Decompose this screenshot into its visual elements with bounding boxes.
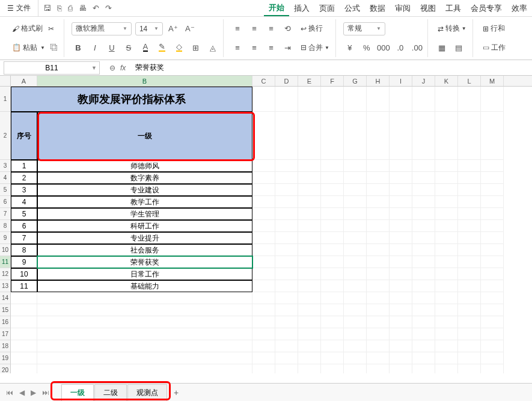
ribbon-tab-3[interactable]: 公式 [340,0,365,16]
cell[interactable] [481,352,504,364]
row-header-17[interactable]: 17 [0,328,11,340]
cell[interactable] [11,328,37,340]
cell[interactable] [481,328,504,340]
seq-cell[interactable]: 10 [11,268,37,280]
cell[interactable] [37,340,252,352]
cell[interactable] [344,87,367,112]
cell[interactable] [458,352,481,364]
cell[interactable] [11,316,37,328]
cell[interactable] [435,268,458,280]
cell[interactable] [321,352,344,364]
cell[interactable] [321,232,344,244]
cell[interactable] [481,256,504,268]
cell[interactable] [275,352,298,364]
seq-cell[interactable]: 2 [11,172,37,184]
cell[interactable] [435,304,458,316]
cell[interactable] [252,256,275,268]
cell[interactable] [275,364,298,373]
clear-format-button[interactable]: ◬ [206,41,219,54]
cell[interactable] [367,316,390,328]
cell[interactable] [481,208,504,220]
font-family-select[interactable]: 微软雅黑 ▼ [72,22,132,35]
cell[interactable] [481,340,504,352]
col-header-L[interactable]: L [458,76,481,86]
cell[interactable] [298,340,321,352]
ribbon-tab-0[interactable]: 开始 [264,0,289,16]
ribbon-tab-2[interactable]: 页面 [314,0,340,16]
cell[interactable] [412,172,435,184]
cell[interactable] [252,87,275,112]
fx-label[interactable]: fx [120,64,126,72]
cell[interactable] [367,256,390,268]
cell[interactable] [275,160,298,172]
cell[interactable] [481,160,504,172]
cell[interactable] [458,208,481,220]
cell[interactable] [321,364,344,373]
cell[interactable] [435,160,458,172]
level-cell[interactable]: 专业提升 [37,232,252,244]
cell[interactable] [252,304,275,316]
align-right-icon[interactable]: ≡ [264,41,278,54]
cell[interactable] [344,364,367,373]
cell[interactable] [481,292,504,304]
cell[interactable] [367,208,390,220]
cell[interactable] [321,304,344,316]
seq-cell[interactable]: 7 [11,232,37,244]
cell[interactable] [275,112,298,160]
cell[interactable] [252,220,275,232]
cell[interactable] [275,196,298,208]
cell[interactable] [412,208,435,220]
convert-button[interactable]: ⇄ 转换 ▼ [435,22,469,35]
seq-cell[interactable]: 6 [11,220,37,232]
cell[interactable] [298,232,321,244]
save-icon[interactable]: 🖫 [43,4,51,13]
cell[interactable] [11,352,37,364]
row-header-10[interactable]: 10 [0,244,11,256]
header-level-cell[interactable]: 一级 [37,112,252,160]
cell[interactable] [344,316,367,328]
cell[interactable] [390,292,412,304]
row-header-7[interactable]: 7 [0,208,11,220]
cell[interactable] [481,87,504,112]
cell[interactable] [11,292,37,304]
cell[interactable] [298,184,321,196]
cell[interactable] [275,208,298,220]
cell[interactable] [412,316,435,328]
cell[interactable] [435,232,458,244]
row-header-5[interactable]: 5 [0,184,11,196]
cell[interactable] [344,304,367,316]
cell[interactable] [344,208,367,220]
share-icon[interactable]: ⎘ [57,4,62,13]
border-button[interactable]: ⊞ [189,41,203,54]
cell[interactable] [412,352,435,364]
cell[interactable] [458,112,481,160]
row-header-14[interactable]: 14 [0,292,11,304]
level-cell[interactable]: 科研工作 [37,220,252,232]
cell[interactable] [298,196,321,208]
cell[interactable] [435,292,458,304]
seq-cell[interactable]: 5 [11,208,37,220]
cell[interactable] [412,184,435,196]
row-header-3[interactable]: 3 [0,160,11,172]
cell[interactable] [298,208,321,220]
cell[interactable] [275,87,298,112]
cell[interactable] [298,160,321,172]
cell[interactable] [367,304,390,316]
cell[interactable] [344,244,367,256]
cell[interactable] [344,268,367,280]
align-top-icon[interactable]: ≡ [231,22,244,35]
cell[interactable] [458,244,481,256]
cell[interactable] [252,172,275,184]
cell[interactable] [458,304,481,316]
spreadsheet-grid[interactable]: ABCDEFGHIJKLM 1教师发展评价指标体系2序号一级31师德师风42数字… [0,76,532,373]
row-header-12[interactable]: 12 [0,268,11,280]
cell[interactable] [390,316,412,328]
cell[interactable] [298,292,321,304]
font-size-select[interactable]: 14 ▼ [135,22,163,35]
cell[interactable] [367,160,390,172]
cell[interactable] [321,196,344,208]
level-cell[interactable]: 学生管理 [37,208,252,220]
style-icon[interactable]: ▦ [435,41,448,54]
cell[interactable] [435,244,458,256]
cell[interactable] [481,268,504,280]
